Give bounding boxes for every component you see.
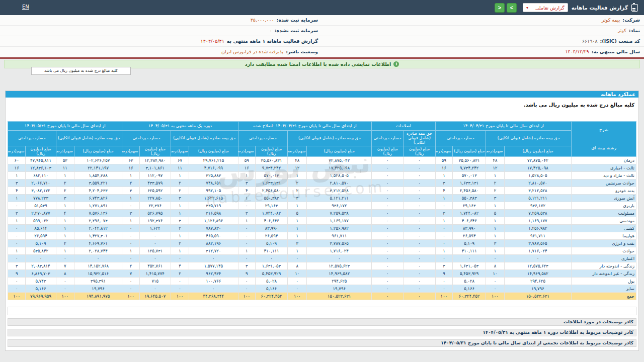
data-cell: ۱,۷۱۶,۰۲۴ xyxy=(504,247,572,254)
data-cell: ۲۹,۷۶۱,۲۱۵ xyxy=(189,156,238,164)
column-group-adjustments: اصلاحات xyxy=(372,122,436,131)
data-cell: ۰ xyxy=(435,285,452,292)
column-group-ytd-prev-month: از ابتدای سال مالی تا پایان مورخ ۱۴۰۴/۰۴… xyxy=(435,122,571,131)
data-cell: ۱ xyxy=(122,217,139,224)
subheader-claims: خسارت پرداختی xyxy=(435,131,486,146)
data-cell: ۷ xyxy=(122,269,139,277)
data-cell: ۳ xyxy=(8,262,26,269)
data-cell: ۱ xyxy=(486,171,504,179)
data-cell: ۵,۱۶۶ xyxy=(26,285,56,292)
data-cell: ۰ xyxy=(8,254,26,262)
data-cell: ۳,۷۸۷,۵۶۵ xyxy=(504,239,572,247)
data-cell: ۱ xyxy=(238,171,255,179)
next-report-button[interactable]: > xyxy=(507,3,517,13)
data-cell: ۵۱,۵۳۹ xyxy=(26,202,56,209)
info-col-right: شرکت:بیمه کوثرنماد:کوثرکد صنعت (ISIC):۶۶… xyxy=(322,15,644,57)
data-cell: ۱۲,۵۷۵,۶۲۳ xyxy=(307,262,372,269)
data-cell: ۷۷۸,۲۳۳ xyxy=(26,194,56,202)
data-cell: ۰ xyxy=(435,202,452,209)
section-title: عملکرد ماهانه xyxy=(6,91,638,98)
data-cell: ۰ xyxy=(189,254,238,262)
data-cell: ۰ xyxy=(372,292,404,300)
col-share: سهم(درصد) xyxy=(8,146,26,156)
data-cell: ۰ xyxy=(372,277,404,285)
table-wrapper: نبض بورس nabzebourse.com شرح رشته بیمه ا… xyxy=(8,121,636,300)
col-share: سهم(درصد) xyxy=(122,146,139,156)
data-cell: ۱۶ xyxy=(238,164,255,171)
data-cell: ۳ xyxy=(8,209,26,217)
data-cell: ۱۹,۷۹۶ xyxy=(504,285,572,292)
data-cell: ۰ xyxy=(404,285,435,292)
data-cell: ۳ xyxy=(288,194,307,202)
data-cell: ۱ xyxy=(238,247,255,254)
data-cell: ۰ xyxy=(372,224,404,232)
col-share: سهم(درصد) xyxy=(238,146,255,156)
data-cell: ۴۰۶,۶۴۶ xyxy=(255,217,287,224)
data-cell: ۰ xyxy=(372,164,404,171)
data-cell: ۱۴,۹۶۹,۵۸۲ xyxy=(504,269,572,277)
data-cell: ۱۲ xyxy=(486,164,504,171)
data-cell: ۲,۰۶۶,۷۱۰ xyxy=(26,179,56,187)
data-cell: ۰ xyxy=(122,254,139,262)
col-amount: مبلغ (میلیون ریال) xyxy=(255,146,287,156)
data-cell: ۶۰,۳۲۴,۴۵۲ xyxy=(453,292,486,300)
row-label: هواپیما xyxy=(572,232,636,239)
data-cell: ۱۹,۷۹۶ xyxy=(307,285,372,292)
info-field: سال مالی منتهی به:۱۴۰۴/۱۲/۲۹ xyxy=(322,47,644,57)
info-field: نماد:کوثر xyxy=(322,26,644,36)
data-cell: ۱ xyxy=(56,171,74,179)
column-header-description: شرح رشته بیمه ای xyxy=(572,122,636,157)
data-cell: ۲۲,۳۷۶ xyxy=(139,202,171,209)
data-cell: ۹۳۶,۱۷۲ xyxy=(504,202,572,209)
data-cell: ۲ xyxy=(486,187,504,194)
data-cell: ۵۷۰,۰۱۳ xyxy=(453,171,486,179)
data-cell: ۱,۵۲۸,۵۰۵ xyxy=(307,171,372,179)
data-cell: ۲ xyxy=(486,179,504,187)
data-cell: ۱ xyxy=(8,194,26,202)
data-cell: ۰ xyxy=(404,247,435,254)
data-cell: ۴۱۰,۱۱۱ xyxy=(255,247,287,254)
language-toggle-en[interactable]: EN xyxy=(22,4,29,10)
data-cell: ۱,۴۱۵,۷۷۴ xyxy=(139,269,171,277)
data-cell: ۰ xyxy=(435,224,452,232)
report-type-dropdown-label: گزارش تعاملی xyxy=(535,5,565,11)
data-cell: ۱۰۰ xyxy=(288,292,307,300)
data-cell: ۱ xyxy=(435,194,452,202)
data-cell: ۴۸ xyxy=(288,156,307,164)
data-cell: ۷,۲۵۹,۵۳۸ xyxy=(504,209,572,217)
data-cell: ۱ xyxy=(435,247,452,254)
data-cell: ۰ xyxy=(372,269,404,277)
data-cell: ۴۵۲,۷۶۱ xyxy=(139,262,171,269)
data-cell: ۰ xyxy=(56,285,74,292)
data-cell: ۰ xyxy=(435,277,452,285)
data-cell: ۰ xyxy=(372,247,404,254)
row-label: جمع xyxy=(572,292,636,300)
data-cell: ۱ xyxy=(486,232,504,239)
data-cell: ۳۱۶,۵۹۸ xyxy=(189,209,238,217)
report-type-dropdown[interactable]: گزارش تعاملی ▾ xyxy=(523,3,568,12)
data-cell: ۱۹۲,۳۷۶ xyxy=(139,217,171,224)
data-cell: ۵۲۶,۷۹۵ xyxy=(139,209,171,217)
report-nav-buttons: > < xyxy=(495,3,517,13)
data-cell: ۰ xyxy=(56,254,74,262)
data-cell: ۰ xyxy=(404,254,435,262)
data-cell: ۱ xyxy=(288,224,307,232)
subheader-claims: خسارت پرداختی xyxy=(238,131,288,146)
info-field: شرکت:بیمه کوثر xyxy=(322,15,644,26)
data-cell: ۳ xyxy=(171,217,189,224)
data-cell: ۰ xyxy=(238,277,255,285)
data-cell: ۱,۶۳۳,۱۳۱ xyxy=(453,179,486,187)
data-cell: ۵,۱۶۶ xyxy=(255,285,287,292)
previous-report-button[interactable]: < xyxy=(495,3,505,13)
data-cell: ۰ xyxy=(404,179,435,187)
row-label: بدنه خودرو xyxy=(572,187,636,194)
data-cell: ۱۰۰ xyxy=(171,292,189,300)
data-cell: ۱,۶۳۳,۱۳۱ xyxy=(255,179,287,187)
data-cell: ۰ xyxy=(404,156,435,164)
data-cell: ۶۲۵,۵۹۲ xyxy=(139,187,171,194)
data-cell: ۲,۸۱۰,۵۷۰ xyxy=(504,179,572,187)
data-cell: ۲۹۴,۶۲۵ xyxy=(504,277,572,285)
data-cell: ۶۷ xyxy=(171,156,189,164)
data-cell: ۵ xyxy=(486,209,504,217)
data-cell: ۰ xyxy=(171,277,189,285)
